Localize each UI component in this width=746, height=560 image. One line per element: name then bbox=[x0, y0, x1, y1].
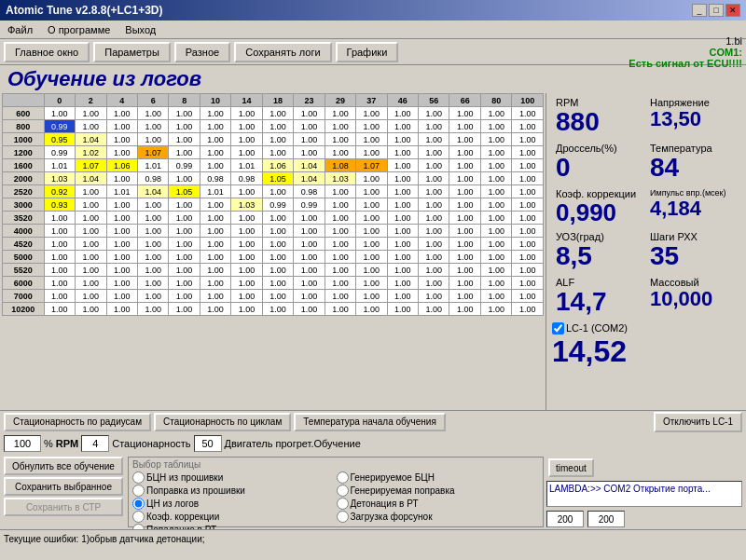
main-window-button[interactable]: Главное окно bbox=[4, 42, 90, 62]
coef-value: 0,990 bbox=[556, 199, 642, 226]
radio-detonation-rt[interactable]: Детонация в РТ bbox=[337, 498, 540, 510]
right-bottom-panel: timeout LAMBDA:>> COM2 Открытие порта... bbox=[546, 457, 742, 527]
throttle-value: 0 bbox=[556, 154, 642, 183]
metric-row-4: УОЗ(град) 8,5 Шаги РХХ 35 bbox=[552, 229, 740, 273]
impulse-block: Импульс впр.(мсек) 4,184 bbox=[646, 186, 740, 222]
lc1-section: LC-1 (COM2) 14,52 bbox=[552, 322, 740, 369]
reset-all-button[interactable]: Обнулить все обучение bbox=[4, 457, 123, 475]
log-text: LAMBDA:>> COM2 Открытие порта... bbox=[549, 484, 711, 494]
status-com: COM1: bbox=[710, 47, 742, 58]
num-inputs-row bbox=[546, 511, 742, 527]
stac-radices-button[interactable]: Стационарность по радиусам bbox=[4, 413, 151, 431]
impulse-value: 4,184 bbox=[650, 198, 737, 220]
status-area: 1.bi COM1: Есть сигнал от ECU!!!! bbox=[629, 35, 742, 69]
metric-row-3: Коэф. коррекции 0,990 Импульс впр.(мсек)… bbox=[552, 186, 740, 228]
menu-exit[interactable]: Выход bbox=[121, 24, 159, 35]
disconnect-lc1-button[interactable]: Отключить LC-1 bbox=[654, 412, 742, 432]
lc1-label: LC-1 (COM2) bbox=[566, 322, 628, 334]
mass-value: 10,000 bbox=[650, 288, 737, 310]
radio-bcn-proshivka[interactable]: БЦН из прошивки bbox=[132, 471, 336, 484]
throttle-block: Дроссель(%) 0 bbox=[552, 141, 646, 184]
progress-input[interactable] bbox=[194, 435, 222, 452]
timeout-button[interactable]: timeout bbox=[548, 458, 594, 477]
uos-value: 8,5 bbox=[556, 242, 642, 271]
lc1-checkbox[interactable] bbox=[552, 322, 564, 335]
status-text: Текущие ошибки: 1)обрыв датчика детонаци… bbox=[4, 534, 205, 544]
shagi-value: 35 bbox=[650, 242, 737, 271]
voltage-block: Напряжение 13,50 bbox=[646, 95, 740, 132]
rpm-value: 880 bbox=[556, 108, 642, 137]
data-table-container: 02468101418232937465666801006001.001.001… bbox=[2, 93, 544, 316]
lc1-checkbox-label: LC-1 (COM2) bbox=[552, 322, 740, 335]
window-title: Atomic Tune v2.8.8(+LC1+3D) bbox=[6, 4, 163, 17]
table-area: 02468101418232937465666801006001.001.001… bbox=[0, 93, 546, 410]
title-bar: Atomic Tune v2.8.8(+LC1+3D) _ □ ✕ bbox=[0, 0, 746, 20]
alf-block: ALF 14,7 bbox=[552, 275, 646, 319]
menu-about[interactable]: О программе bbox=[44, 24, 114, 35]
table-select-title: Выбор таблицы bbox=[132, 459, 539, 470]
log-area: LAMBDA:>> COM2 Открытие порта... bbox=[546, 481, 742, 507]
temp-block: Температура 84 bbox=[646, 141, 740, 184]
learning-table: 02468101418232937465666801006001.001.001… bbox=[2, 93, 544, 316]
num1-input[interactable] bbox=[546, 511, 584, 527]
action-buttons: Обнулить все обучение Сохранить выбранно… bbox=[4, 457, 125, 527]
status-file: 1.bi bbox=[725, 35, 742, 47]
metric-row-5: ALF 14,7 Массовый 10,000 bbox=[552, 275, 740, 319]
rpm-block: RPM 880 bbox=[552, 95, 646, 139]
percent-sign: % bbox=[44, 438, 53, 449]
coef-block: Коэф. коррекции 0,990 bbox=[552, 186, 646, 228]
status-bar: Текущие ошибки: 1)обрыв датчика детонаци… bbox=[0, 529, 746, 548]
alf-value: 14,7 bbox=[556, 288, 642, 317]
window: Atomic Tune v2.8.8(+LC1+3D) _ □ ✕ Файл О… bbox=[0, 0, 746, 548]
shagi-block: Шаги РХХ 35 bbox=[646, 229, 740, 273]
metric-row-1: RPM 880 Напряжение 13,50 bbox=[552, 95, 740, 139]
uos-block: УОЗ(град) 8,5 bbox=[552, 229, 646, 273]
status-ecu: Есть сигнал от ECU!!!! bbox=[629, 58, 742, 69]
radio-grid: БЦН из прошивки Генерируемое БЦН Поправк… bbox=[132, 471, 539, 529]
menu-file[interactable]: Файл bbox=[4, 24, 36, 35]
temp-start-button[interactable]: Температура начала обучения bbox=[294, 413, 446, 431]
stac-cycles-button[interactable]: Стационарность по циклам bbox=[154, 413, 291, 431]
voltage-value: 13,50 bbox=[650, 108, 737, 130]
stac-value-input[interactable] bbox=[81, 435, 109, 452]
lc1-value: 14,52 bbox=[552, 335, 740, 369]
maximize-button[interactable]: □ bbox=[709, 4, 724, 17]
progress-label: Двигатель прогрет.Обучение bbox=[225, 438, 361, 449]
num2-input[interactable] bbox=[587, 511, 625, 527]
page-title: Обучение из логов bbox=[0, 65, 746, 93]
title-bar-buttons: _ □ ✕ bbox=[692, 4, 740, 17]
toolbar: Главное окно Параметры Разное Сохранять … bbox=[0, 39, 746, 65]
percent-input[interactable] bbox=[4, 435, 41, 452]
stac-label: Стационарность bbox=[112, 438, 190, 449]
timeout-row: timeout bbox=[546, 457, 742, 479]
minimize-button[interactable]: _ bbox=[692, 4, 707, 17]
rpm-label-bottom: RPM bbox=[56, 438, 78, 449]
misc-button[interactable]: Разное bbox=[174, 42, 230, 62]
save-selected-button[interactable]: Сохранить выбранное bbox=[4, 477, 123, 496]
metric-row-2: Дроссель(%) 0 Температура 84 bbox=[552, 141, 740, 184]
radio-cn-logs[interactable]: ЦН из логов bbox=[132, 498, 336, 510]
radio-gen-bcn[interactable]: Генерируемое БЦН bbox=[337, 471, 540, 484]
throttle-label: Дроссель(%) bbox=[556, 143, 642, 154]
coef-label: Коэф. коррекции bbox=[556, 188, 642, 199]
radio-gen-popravka[interactable]: Генерируемая поправка bbox=[337, 485, 540, 497]
radio-popavshie-rt[interactable]: Попадание в РТ bbox=[132, 524, 336, 529]
metrics-panel: RPM 880 Напряжение 13,50 Дроссель(%) 0 Т… bbox=[546, 93, 746, 410]
radio-popravka-proshivka[interactable]: Поправка из прошивки bbox=[132, 485, 336, 497]
close-button[interactable]: ✕ bbox=[725, 4, 740, 17]
radio-load-injectors[interactable]: Загрузка форсунок bbox=[337, 511, 540, 523]
radio-coef-correction[interactable]: Коэф. коррекции bbox=[132, 511, 336, 523]
parameters-button[interactable]: Параметры bbox=[93, 42, 171, 62]
temp-label: Температура bbox=[650, 143, 737, 154]
save-str-button[interactable]: Сохранить в СТР bbox=[4, 498, 123, 516]
mass-block: Массовый 10,000 bbox=[646, 275, 740, 312]
graphs-button[interactable]: Графики bbox=[336, 42, 399, 62]
table-select-panel: Выбор таблицы БЦН из прошивки Генерируем… bbox=[128, 457, 544, 527]
temp-value: 84 bbox=[650, 154, 737, 183]
save-logs-button[interactable]: Сохранять логи bbox=[234, 42, 331, 62]
